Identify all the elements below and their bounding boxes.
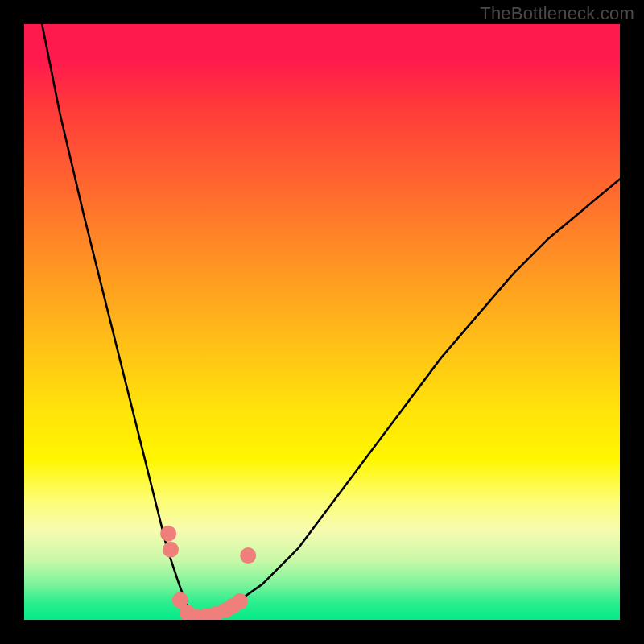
data-marker: [240, 547, 256, 564]
data-marker: [232, 593, 248, 609]
chart-frame: TheBottleneck.com: [0, 0, 644, 644]
curve-path: [42, 24, 620, 620]
plot-area: [24, 24, 620, 620]
data-marker: [163, 542, 179, 558]
data-marker: [160, 526, 176, 542]
curve-line: [42, 24, 620, 620]
watermark-text: TheBottleneck.com: [480, 3, 634, 24]
chart-svg: [24, 24, 620, 620]
